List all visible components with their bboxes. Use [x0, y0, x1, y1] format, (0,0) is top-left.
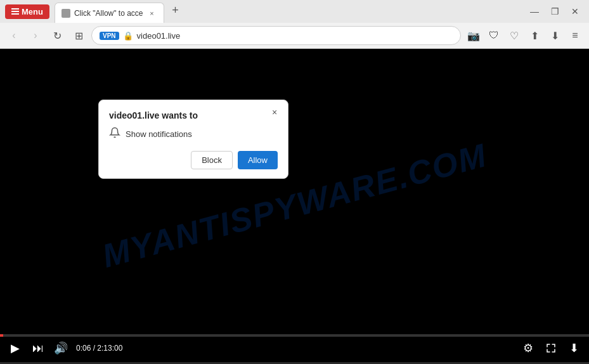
heart-toolbar-icon[interactable]: ♡ [505, 27, 523, 44]
popup-permission-row: Show notifications [109, 127, 278, 141]
title-bar: Menu Click "Allow" to acce × + — ❐ ✕ [0, 0, 589, 23]
upload-toolbar-icon[interactable]: ⬆ [526, 27, 543, 44]
back-button[interactable]: ‹ [5, 27, 23, 44]
window-controls: — ❐ ✕ [526, 3, 584, 20]
address-bar-row: ‹ › ↻ ⊞ VPN 🔒 video01.live 📷 🛡 ♡ ⬆ ⬇ ≡ [0, 23, 589, 48]
refresh-button[interactable]: ↻ [48, 27, 66, 44]
video-download-button[interactable]: ⬇ [566, 341, 581, 356]
tab-favicon [61, 9, 70, 18]
popup-title: video01.live wants to [109, 110, 278, 120]
video-area: MYANTISPYWARE.COM × video01.live wants t… [0, 49, 589, 362]
lock-icon: 🔒 [123, 31, 133, 41]
menu-button[interactable]: Menu [5, 4, 49, 19]
minimize-button[interactable]: — [526, 3, 543, 20]
download-toolbar-icon[interactable]: ⬇ [546, 27, 564, 44]
skip-button[interactable]: ⏭ [30, 341, 46, 356]
tab-title: Click "Allow" to acce [74, 9, 143, 18]
block-button[interactable]: Block [191, 151, 233, 169]
progress-fill [0, 334, 3, 337]
toolbar-icons: 📷 🛡 ♡ ⬆ ⬇ ≡ [465, 27, 584, 44]
close-window-button[interactable]: ✕ [566, 3, 584, 20]
popup-close-button[interactable]: × [268, 105, 282, 119]
time-display: 0:06 / 2:13:00 [76, 344, 122, 353]
video-controls: ▶ ⏭ 🔊 0:06 / 2:13:00 ⚙ ⬇ [0, 334, 589, 362]
menu-label: Menu [22, 7, 43, 16]
allow-button[interactable]: Allow [238, 151, 278, 169]
tab-close-button[interactable]: × [147, 8, 157, 18]
tab-grid-button[interactable]: ⊞ [70, 27, 87, 44]
settings-button[interactable]: ⚙ [521, 341, 536, 356]
active-tab[interactable]: Click "Allow" to acce × [55, 3, 164, 23]
tab-bar: Click "Allow" to acce × + [55, 0, 526, 23]
popup-buttons: Block Allow [109, 151, 278, 169]
maximize-button[interactable]: ❐ [546, 3, 564, 20]
address-bar[interactable]: VPN 🔒 video01.live [91, 26, 461, 45]
forward-button[interactable]: › [27, 27, 44, 44]
notification-popup: × video01.live wants to Show notificatio… [98, 100, 288, 179]
hamburger-icon [11, 8, 19, 15]
shield-toolbar-icon[interactable]: 🛡 [485, 27, 503, 44]
camera-toolbar-icon[interactable]: 📷 [465, 27, 482, 44]
vpn-badge: VPN [100, 32, 119, 40]
popup-permission-text: Show notifications [126, 129, 192, 139]
fullscreen-button[interactable] [543, 341, 559, 356]
play-button[interactable]: ▶ [8, 341, 23, 356]
new-tab-button[interactable]: + [167, 1, 184, 19]
url-display: video01.live [137, 31, 453, 41]
browser-menu-icon[interactable]: ≡ [566, 27, 584, 44]
browser-chrome: Menu Click "Allow" to acce × + — ❐ ✕ ‹ ›… [0, 0, 589, 49]
volume-button[interactable]: 🔊 [53, 341, 68, 356]
notification-permission-icon [109, 127, 120, 141]
progress-bar[interactable] [0, 334, 589, 337]
